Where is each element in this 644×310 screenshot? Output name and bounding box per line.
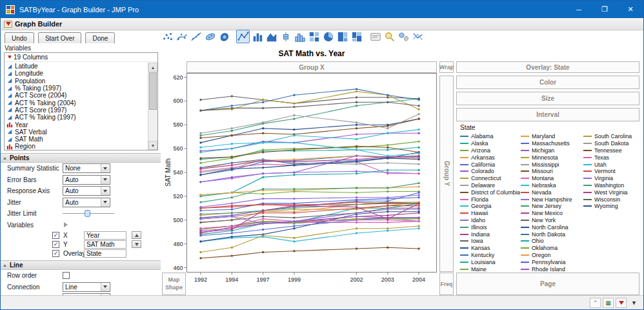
contour-icon[interactable] [217,30,231,43]
line-of-fit-icon[interactable] [189,30,203,43]
legend-item-oregon[interactable]: Oregon [521,252,583,259]
connection-select[interactable]: Line [63,282,110,292]
red-triangle-icon[interactable] [4,21,12,28]
size-drop-zone[interactable]: Size [456,92,639,105]
legend-item-massachusetts[interactable]: Massachusetts [521,140,583,147]
legend-item-michigan[interactable]: Michigan [521,147,583,154]
legend-item-south-carolina[interactable]: South Carolina [583,133,639,140]
legend-item-arizona[interactable]: Arizona [460,147,520,154]
variable-item-act-taking-1997[interactable]: ACT % Taking (1997) [5,114,148,121]
group-y-drop-zone[interactable]: Group Y [439,76,454,272]
map-shapes-icon[interactable] [397,30,410,43]
legend-item-utah[interactable]: Utah [583,161,639,168]
disclosure-triangle-icon[interactable] [64,222,68,227]
wrap-drop-zone[interactable]: Wrap [439,61,454,73]
window-panels-icon[interactable]: ▦ [603,298,614,308]
heatmap-icon[interactable] [307,30,321,43]
legend-item-wyoming[interactable]: Wyoming [583,203,639,210]
legend-item-wisconsin[interactable]: Wisconsin [583,196,639,203]
dropdown-arrow-icon[interactable]: ▼ [629,298,639,308]
legend-item-illinois[interactable]: Illinois [460,223,520,231]
legend-item-new-york[interactable]: New York [521,217,583,224]
move-up-button[interactable] [132,231,141,239]
legend-item-new-mexico[interactable]: New Mexico [521,210,583,217]
slider-thumb[interactable] [85,210,90,217]
legend-item-new-jersey[interactable]: New Jersey [521,203,583,210]
y-checkbox[interactable]: ✓ [52,241,59,248]
overlay-drop-zone[interactable]: Overlay: State [456,61,639,73]
close-icon[interactable]: ✕ [618,1,643,18]
scrollbar-thumb[interactable] [149,72,157,110]
legend-item-texas[interactable]: Texas [583,154,639,161]
variable-item-sat-verbal[interactable]: SAT Verbal [5,129,148,136]
variable-item-sat-math[interactable]: SAT Math [5,136,148,143]
points-icon[interactable] [161,30,174,43]
color-drop-zone[interactable]: Color [456,76,639,89]
legend-item-north-dakota[interactable]: North Dakota [521,231,583,238]
legend-item-west-virginia[interactable]: West Virginia [583,189,639,196]
line-icon[interactable] [236,30,250,43]
scroll-up-arrow-icon[interactable]: ▲ [148,63,157,72]
columns-header[interactable]: 19 Columns [5,53,157,62]
interval-drop-zone[interactable]: Interval [456,108,639,121]
variables-scrollbar[interactable]: ▲ ▼ [148,63,157,150]
ellipse-icon[interactable] [203,30,217,43]
freq-drop-zone[interactable]: Freq [439,273,454,295]
line-panel-header[interactable]: ▲ Line [1,260,161,270]
move-down-button[interactable] [132,240,141,248]
page-drop-zone[interactable]: Page [456,273,639,295]
start-over-button[interactable]: Start Over [38,32,82,44]
legend-item-florida[interactable]: Florida [460,196,520,203]
mosaic-icon[interactable] [350,30,363,43]
x-checkbox[interactable]: ✓ [52,232,59,239]
scroll-down-arrow-icon[interactable]: ▼ [148,141,157,150]
legend-item-rhode-island[interactable]: Rhode Island [521,265,583,273]
legend-item-tennessee[interactable]: Tennessee [583,147,639,154]
legend-item-south-dakota[interactable]: South Dakota [583,140,639,147]
legend-item-idaho[interactable]: Idaho [460,217,520,224]
legend-item-pennsylvania[interactable]: Pennsylvania [521,258,583,265]
legend-item-maryland[interactable]: Maryland [521,133,583,140]
legend-item-vermont[interactable]: Vermont [583,168,639,175]
summary-statistic-select[interactable]: None [63,163,110,173]
variable-item-year[interactable]: Year [5,121,148,128]
group-x-drop-zone[interactable]: Group X [186,61,437,73]
legend-item-oklahoma[interactable]: Oklahoma [521,245,583,252]
scroll-up-icon[interactable]: ⌃ [590,298,601,308]
points-panel-header[interactable]: ▲ Points [1,153,161,163]
treemap-icon[interactable] [336,30,349,43]
legend-item-connecticut[interactable]: Connecticut [460,175,520,182]
variable-item-latitude[interactable]: Latitude [5,63,148,70]
legend-item-nevada[interactable]: Nevada [521,189,583,196]
legend-item-washington[interactable]: Washington [583,182,639,189]
minimize-icon[interactable]: ─ [566,1,592,18]
variable-item-act-taking-2004[interactable]: ACT % Taking (2004) [5,99,148,106]
legend-item-maine[interactable]: Maine [460,265,520,273]
legend-item-ohio[interactable]: Ohio [521,238,583,245]
response-axis-select[interactable]: Auto [63,186,110,196]
magnifier-icon[interactable] [383,30,396,43]
caption-box-icon[interactable] [368,30,382,43]
legend-item-new-hampshire[interactable]: New Hampshire [521,196,583,203]
area-icon[interactable] [265,30,278,43]
smoother-icon[interactable] [175,30,188,43]
error-bars-select[interactable]: Auto [63,175,110,185]
parallel-icon[interactable] [411,30,425,43]
legend-item-alabama[interactable]: Alabama [460,133,520,140]
variable-item-population[interactable]: Population [5,78,148,85]
legend-item-georgia[interactable]: Georgia [460,203,520,210]
legend-item-kansas[interactable]: Kansas [460,245,520,252]
bar-icon[interactable] [250,30,264,43]
collapse-triangle-icon[interactable]: ▲ [3,263,7,267]
red-triangle-icon[interactable] [8,56,12,59]
legend-item-alaska[interactable]: Alaska [460,140,520,147]
legend-item-minnesota[interactable]: Minnesota [521,154,583,161]
jitter-limit-slider[interactable] [63,209,114,218]
legend-item-north-carolina[interactable]: North Carolina [521,223,583,231]
legend-item-kentucky[interactable]: Kentucky [460,252,520,259]
variable-item-longitude[interactable]: Longitude [5,70,148,77]
legend-item-louisiana[interactable]: Louisiana [460,258,520,265]
legend-item-montana[interactable]: Montana [521,175,583,182]
legend-item-nebraska[interactable]: Nebraska [521,182,583,189]
variable-item-act-score-2004[interactable]: ACT Score (2004) [5,92,148,99]
